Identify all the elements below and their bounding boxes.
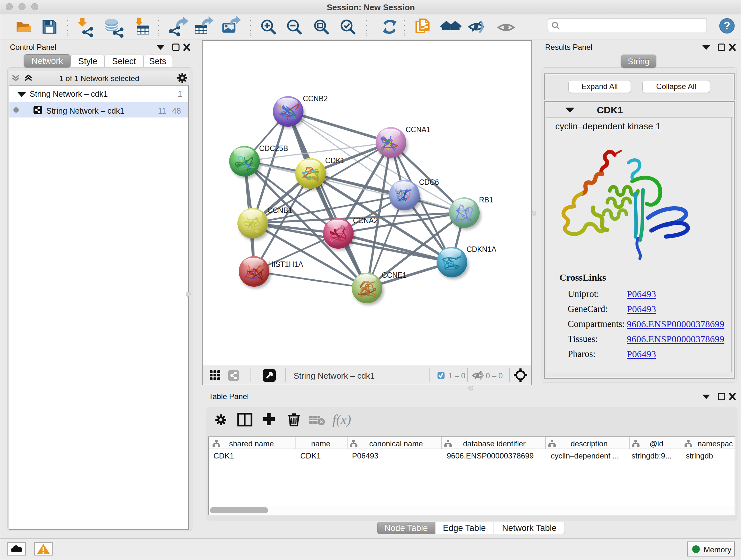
svg-text:CDKN1A: CDKN1A: [467, 245, 496, 253]
svg-text:CCNB1: CCNB1: [267, 206, 292, 214]
svg-text:?: ?: [724, 19, 731, 32]
svg-text:CCNA2: CCNA2: [353, 216, 378, 225]
svg-text:HIST1H1A: HIST1H1A: [268, 260, 304, 268]
svg-text:f(x): f(x): [333, 412, 351, 427]
svg-text:CCNE1: CCNE1: [382, 271, 407, 279]
svg-text:CCNA1: CCNA1: [406, 125, 430, 134]
svg-text:CCNB2: CCNB2: [303, 95, 328, 103]
svg-text:RB1: RB1: [479, 196, 493, 204]
svg-text:CDC6: CDC6: [419, 178, 439, 186]
svg-text:CDC25B: CDC25B: [259, 144, 288, 152]
svg-text:CDK1: CDK1: [325, 157, 345, 165]
